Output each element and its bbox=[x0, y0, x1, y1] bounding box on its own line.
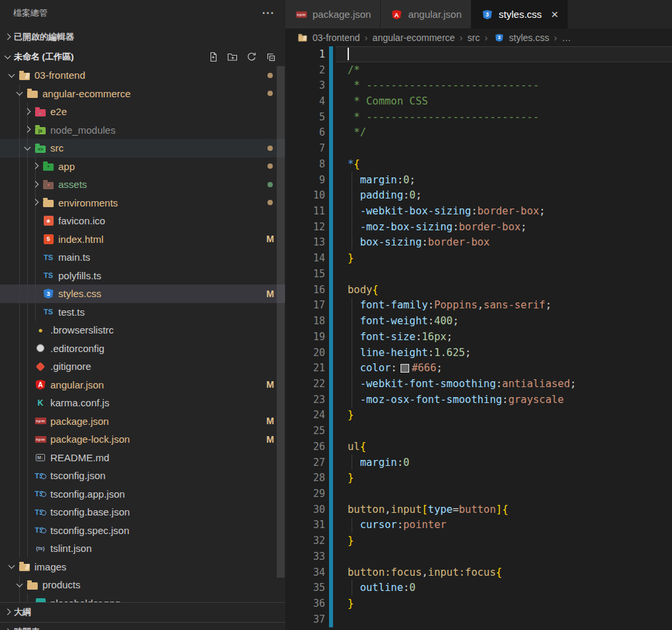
tree-row[interactable]: Aangular.jsonM bbox=[0, 376, 285, 394]
code-line[interactable]: 3 * ---------------------------- bbox=[285, 77, 672, 93]
tab-styles.css[interactable]: 3styles.css× bbox=[471, 0, 568, 28]
tree-row[interactable]: products bbox=[0, 576, 285, 594]
section-timeline[interactable]: 時間表 bbox=[0, 622, 285, 630]
code-line[interactable]: 33 bbox=[285, 549, 672, 564]
tree-row[interactable]: 03-frontend bbox=[0, 66, 285, 85]
tree-row[interactable]: 5index.htmlM bbox=[0, 230, 285, 249]
tree-row[interactable]: environments bbox=[0, 194, 285, 212]
tab-package.json[interactable]: npmpackage.json bbox=[285, 0, 381, 28]
tree-row[interactable]: ↔e2e bbox=[0, 103, 285, 121]
code-line[interactable]: 19 font-size:16px; bbox=[285, 329, 672, 345]
tree-item-label: 03-frontend bbox=[34, 69, 85, 81]
breadcrumb-item[interactable]: 03-frontend bbox=[296, 32, 360, 44]
breadcrumb-item[interactable]: angular-ecommerce bbox=[373, 32, 456, 43]
tree-row[interactable]: TSpolyfills.ts bbox=[0, 267, 285, 285]
code-line[interactable]: 23 -moz-osx-font-smoothing:grayscale bbox=[285, 392, 672, 408]
tree-row[interactable]: npmpackage.jsonM bbox=[0, 412, 285, 431]
tree-row[interactable]: angular-ecommerce bbox=[0, 85, 285, 103]
code-line[interactable]: 7 bbox=[285, 140, 672, 156]
breadcrumb-item[interactable]: 3styles.css bbox=[493, 32, 550, 44]
tree-row[interactable]: TStsconfig.json bbox=[0, 467, 285, 485]
code-line[interactable]: 36} bbox=[285, 596, 672, 611]
code-line[interactable]: 30button,input[type=button]{ bbox=[285, 502, 672, 518]
code-line[interactable]: 10 padding:0; bbox=[285, 187, 672, 203]
chevron-spacer bbox=[23, 434, 34, 445]
tree-row[interactable]: TSmain.ts bbox=[0, 248, 285, 267]
token: 1.625 bbox=[434, 347, 465, 359]
code-line[interactable]: 21 color:#666; bbox=[285, 360, 672, 376]
section-outline[interactable]: 大綱 bbox=[0, 602, 285, 621]
tree-row[interactable]: ▲placeholder.png bbox=[0, 594, 285, 603]
tree-row[interactable]: .gitignore bbox=[0, 357, 285, 376]
token: ; bbox=[570, 378, 576, 390]
code-line[interactable]: 16body{ bbox=[285, 282, 672, 298]
code-line[interactable]: 27 margin:0 bbox=[285, 455, 672, 471]
color-swatch[interactable] bbox=[401, 364, 409, 373]
chevron-right-icon bbox=[3, 627, 14, 630]
new-file-icon[interactable] bbox=[208, 52, 218, 62]
code-line[interactable]: 25 bbox=[285, 423, 672, 439]
tree-row[interactable]: images bbox=[0, 558, 285, 576]
code-line[interactable]: 8*{ bbox=[285, 156, 672, 172]
breadcrumb-item[interactable]: … bbox=[561, 32, 571, 43]
refresh-explorer-icon[interactable] bbox=[246, 52, 257, 62]
tree-row[interactable]: *app bbox=[0, 158, 285, 176]
tree-row[interactable]: *assets bbox=[0, 175, 285, 194]
code-line[interactable]: 13 box-sizing:border-box bbox=[285, 235, 672, 251]
sidebar-scrollbar[interactable] bbox=[277, 66, 285, 578]
tree-row[interactable]: ★favicon.ico bbox=[0, 212, 285, 230]
breadcrumb: 03-frontend›angular-ecommerce›src›3style… bbox=[285, 28, 672, 46]
tree-row[interactable]: TStsconfig.app.json bbox=[0, 485, 285, 504]
code-line[interactable]: 17 font-family:Poppins,sans-serif; bbox=[285, 298, 672, 314]
code-line[interactable]: 29 bbox=[285, 486, 672, 502]
code-line[interactable]: 12 -moz-box-sizing:border-box; bbox=[285, 219, 672, 235]
tree-row[interactable]: M↓README.md bbox=[0, 449, 285, 467]
tab-angular.json[interactable]: Aangular.json bbox=[381, 0, 471, 28]
code-line[interactable]: 34button:focus,input:focus{ bbox=[285, 564, 672, 580]
tree-row[interactable]: TStest.ts bbox=[0, 303, 285, 322]
code-line[interactable]: 22 -webkit-font-smoothing:antialiased; bbox=[285, 376, 672, 392]
token: margin bbox=[360, 174, 397, 186]
more-actions-icon[interactable]: ··· bbox=[262, 7, 275, 19]
tree-row[interactable]: {ts}tslint.json bbox=[0, 539, 285, 558]
close-tab-icon[interactable]: × bbox=[551, 8, 558, 21]
workspace-header[interactable]: 未命名 (工作區) bbox=[0, 48, 285, 66]
editor[interactable]: 12/*3 * ----------------------------4 * … bbox=[285, 46, 672, 630]
code-line[interactable]: 20 line-height:1.625; bbox=[285, 345, 672, 361]
code-line[interactable]: 11 -webkit-box-sizing:border-box; bbox=[285, 203, 672, 219]
code-line[interactable]: 1 bbox=[285, 46, 672, 62]
code-line[interactable]: 15 bbox=[285, 266, 672, 282]
new-folder-icon[interactable] bbox=[227, 52, 238, 62]
code-line[interactable]: 18 font-weight:400; bbox=[285, 313, 672, 329]
tree-row[interactable]: .editorconfig bbox=[0, 339, 285, 358]
tree-row[interactable]: jsnode_modules bbox=[0, 121, 285, 140]
code-line[interactable]: 26ul{ bbox=[285, 439, 672, 455]
code-line[interactable]: 37 bbox=[285, 611, 672, 627]
tree-row[interactable]: TStsconfig.spec.json bbox=[0, 521, 285, 540]
code-line[interactable]: 32} bbox=[285, 533, 672, 549]
tree-row[interactable]: <>src bbox=[0, 139, 285, 158]
tree-row[interactable]: 3styles.cssM bbox=[0, 285, 285, 303]
collapse-folders-icon[interactable] bbox=[265, 52, 276, 62]
code-line[interactable]: 2/* bbox=[285, 62, 672, 78]
tree-row[interactable]: npmpackage-lock.jsonM bbox=[0, 430, 285, 449]
code-line[interactable]: 35 outline:0 bbox=[285, 580, 672, 596]
token bbox=[348, 189, 360, 201]
code-line[interactable]: 28} bbox=[285, 470, 672, 486]
folder-src-icon: <> bbox=[34, 142, 47, 154]
tree-row[interactable]: ●.browserslistrc bbox=[0, 321, 285, 339]
code-line[interactable]: 24} bbox=[285, 408, 672, 424]
tree-row[interactable]: Kkarma.conf.js bbox=[0, 394, 285, 412]
code-line[interactable]: 31 cursor:pointer bbox=[285, 518, 672, 533]
code-line[interactable]: 6 */ bbox=[285, 125, 672, 141]
code-line[interactable]: 5 * ---------------------------- bbox=[285, 109, 672, 125]
breadcrumb-item[interactable]: src bbox=[467, 32, 480, 43]
css-icon: 3 bbox=[42, 288, 55, 300]
section-open-editors[interactable]: 已開啟的編輯器 bbox=[0, 26, 285, 48]
code-line[interactable]: 9 margin:0; bbox=[285, 172, 672, 188]
code-line[interactable]: 14} bbox=[285, 250, 672, 266]
code-line[interactable]: 4 * Common CSS bbox=[285, 93, 672, 109]
gutter-modified-indicator bbox=[329, 46, 333, 62]
tree-row[interactable]: TStsconfig.base.json bbox=[0, 503, 285, 521]
line-number: 37 bbox=[285, 613, 325, 625]
